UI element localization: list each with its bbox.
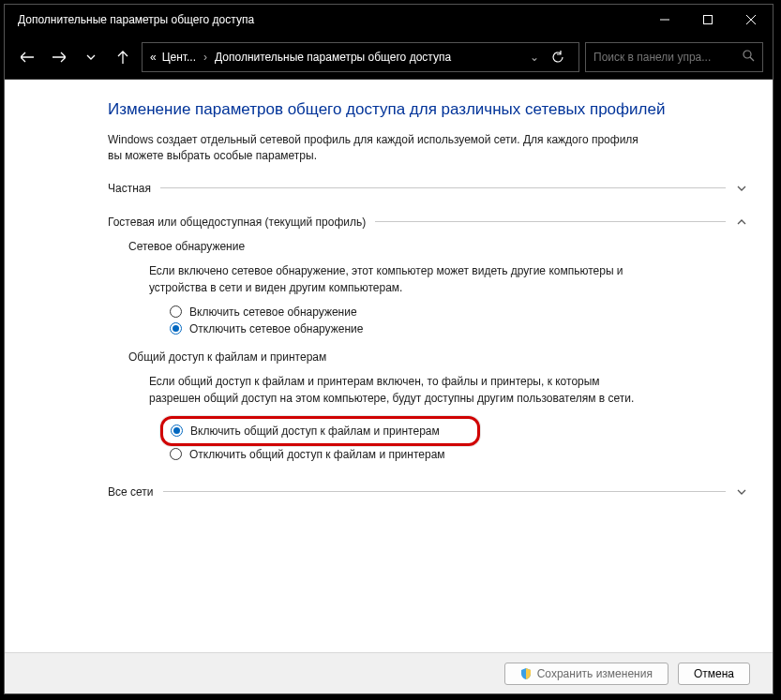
toolbar: « Цент... › Дополнительные параметры общ… bbox=[5, 35, 773, 80]
highlight-callout: Включить общий доступ к файлам и принтер… bbox=[160, 416, 480, 446]
divider bbox=[375, 221, 726, 222]
chevron-right-icon: › bbox=[202, 51, 209, 64]
fileshare-header: Общий доступ к файлам и принтерам bbox=[128, 350, 748, 364]
save-button-label: Сохранить изменения bbox=[537, 667, 653, 680]
netdisc-options: Включить сетевое обнаружение Отключить с… bbox=[128, 305, 748, 335]
minimize-button[interactable] bbox=[643, 5, 686, 35]
chevron-down-icon bbox=[735, 182, 748, 195]
cancel-button[interactable]: Отмена bbox=[678, 663, 750, 685]
page-description: Windows создает отдельный сетевой профил… bbox=[108, 132, 652, 165]
radio-fileshare-on-label: Включить общий доступ к файлам и принтер… bbox=[190, 424, 440, 438]
section-guest-body: Сетевое обнаружение Если включено сетево… bbox=[108, 231, 748, 484]
fileshare-desc: Если общий доступ к файлам и принтерам в… bbox=[128, 373, 653, 407]
forward-button[interactable] bbox=[46, 44, 72, 70]
close-button[interactable] bbox=[729, 5, 773, 35]
radio-fileshare-off-label: Отключить общий доступ к файлам и принте… bbox=[189, 448, 445, 461]
back-button[interactable] bbox=[14, 44, 40, 70]
page-heading: Изменение параметров общего доступа для … bbox=[108, 100, 748, 119]
window-controls bbox=[643, 5, 773, 35]
cancel-button-label: Отмена bbox=[694, 667, 734, 680]
radio-icon bbox=[171, 424, 183, 437]
section-guest-header[interactable]: Гостевая или общедоступная (текущий проф… bbox=[108, 216, 748, 229]
up-button[interactable] bbox=[110, 44, 136, 70]
search-input[interactable] bbox=[593, 51, 737, 64]
netdisc-header: Сетевое обнаружение bbox=[128, 240, 748, 253]
content-area: Изменение параметров общего доступа для … bbox=[5, 80, 773, 652]
search-box[interactable] bbox=[585, 42, 763, 72]
radio-netdisc-on[interactable]: Включить сетевое обнаружение bbox=[170, 305, 748, 319]
radio-icon bbox=[170, 305, 182, 318]
bottom-bar: Сохранить изменения Отмена bbox=[5, 652, 773, 693]
svg-line-5 bbox=[750, 57, 754, 61]
address-seg-2[interactable]: Дополнительные параметры общего доступа bbox=[215, 51, 451, 64]
address-dropdown-icon[interactable]: ⌄ bbox=[530, 51, 539, 64]
fileshare-options: Включить общий доступ к файлам и принтер… bbox=[128, 416, 748, 461]
save-button[interactable]: Сохранить изменения bbox=[504, 663, 668, 685]
radio-icon bbox=[170, 322, 182, 335]
chevron-up-icon bbox=[735, 216, 748, 229]
maximize-button[interactable] bbox=[686, 5, 729, 35]
search-icon bbox=[743, 50, 755, 65]
titlebar: Дополнительные параметры общего доступа bbox=[5, 5, 773, 35]
chevron-down-icon bbox=[735, 485, 748, 499]
netdisc-title: Сетевое обнаружение bbox=[128, 240, 245, 253]
radio-fileshare-on[interactable]: Включить общий доступ к файлам и принтер… bbox=[171, 424, 440, 438]
address-prev-chevron: « bbox=[150, 51, 157, 64]
section-private-header[interactable]: Частная bbox=[108, 182, 748, 195]
section-guest-label: Гостевая или общедоступная (текущий проф… bbox=[108, 216, 366, 229]
divider bbox=[163, 491, 727, 492]
netdisc-desc: Если включено сетевое обнаружение, этот … bbox=[128, 262, 653, 296]
shield-icon bbox=[520, 668, 532, 679]
section-allnets-label: Все сети bbox=[108, 485, 154, 499]
radio-netdisc-on-label: Включить сетевое обнаружение bbox=[189, 305, 357, 319]
radio-icon bbox=[170, 448, 182, 460]
window-title: Дополнительные параметры общего доступа bbox=[18, 13, 643, 26]
history-dropdown-button[interactable] bbox=[78, 44, 104, 70]
radio-netdisc-off-label: Отключить сетевое обнаружение bbox=[189, 322, 363, 335]
svg-point-4 bbox=[743, 51, 751, 58]
fileshare-title: Общий доступ к файлам и принтерам bbox=[128, 350, 326, 364]
radio-netdisc-off[interactable]: Отключить сетевое обнаружение bbox=[170, 322, 748, 335]
address-bar[interactable]: « Цент... › Дополнительные параметры общ… bbox=[142, 42, 579, 72]
radio-fileshare-off[interactable]: Отключить общий доступ к файлам и принте… bbox=[170, 448, 748, 461]
section-private-label: Частная bbox=[108, 182, 151, 195]
svg-rect-1 bbox=[704, 16, 713, 24]
window-frame: Дополнительные параметры общего доступа bbox=[4, 4, 773, 694]
divider bbox=[160, 187, 726, 188]
section-allnets-header[interactable]: Все сети bbox=[108, 485, 748, 499]
refresh-button[interactable] bbox=[545, 44, 571, 70]
address-seg-1[interactable]: Цент... bbox=[162, 51, 196, 64]
